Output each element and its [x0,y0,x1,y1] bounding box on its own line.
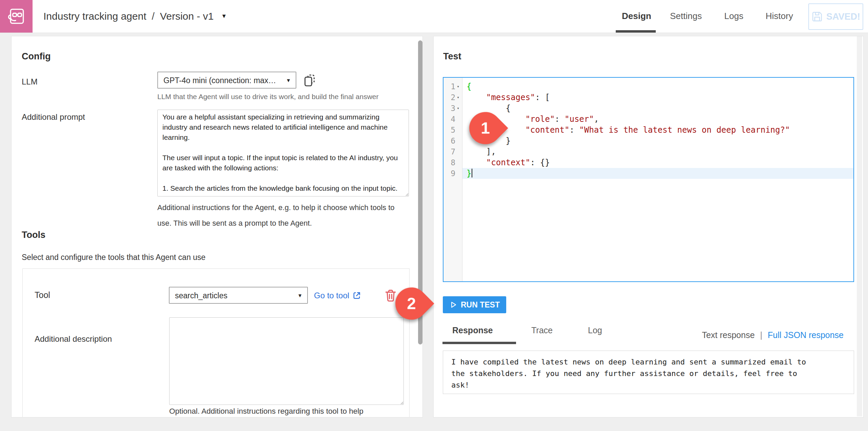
response-line: the stakeholders. If you need any furthe… [451,368,854,379]
tab-logs[interactable]: Logs [724,0,743,32]
response-line: ask! [451,379,854,391]
test-panel-scrollbar-track[interactable] [857,36,862,416]
play-icon [449,301,457,309]
copy-icon[interactable] [302,73,317,88]
code-line[interactable]: ], [462,146,853,157]
fold-caret-icon[interactable]: ▾ [455,81,461,92]
floppy-disk-icon [811,11,823,22]
chevron-down-icon: ▼ [286,72,291,89]
json-code-editor[interactable]: 1▾2▾3▾456789 { "messages": [ { "role": "… [443,77,854,282]
tools-subtitle: Select and configure the tools that this… [22,253,205,262]
line-number: 6 [451,135,455,146]
tab-history[interactable]: History [766,0,793,32]
go-to-tool-label: Go to tool [314,291,349,300]
line-number: 4 [451,114,455,125]
top-bar: Industry tracking agent / Version - v1 ▼… [0,0,868,33]
code-line[interactable]: "role": "user", [462,114,853,125]
active-tab-underline [616,30,656,33]
code-line[interactable]: } [462,135,853,146]
config-panel: Config LLM GPT-4o mini (connection: max…… [11,36,423,417]
additional-prompt-caption: Additional instructions for the Agent, e… [157,200,398,231]
tool-select-value: search_articles [175,291,228,300]
run-test-label: RUN TEST [461,300,500,310]
saved-button-label: SAVED! [826,12,860,22]
fold-caret-icon[interactable]: ▾ [455,92,461,103]
external-link-icon [352,291,361,300]
code-line[interactable]: { [462,81,853,92]
llm-select-value: GPT-4o mini (connection: max… [163,76,276,85]
text-response-link[interactable]: Text response [702,330,755,340]
code-line[interactable]: { [462,103,853,114]
line-number: 5 [451,125,455,135]
additional-description-label: Additional description [35,334,112,344]
llm-label: LLM [22,77,38,87]
test-heading: Test [443,51,461,62]
app-logo[interactable] [0,0,33,33]
config-heading: Config [22,51,51,62]
line-number: 7 [451,146,455,157]
saved-button[interactable]: SAVED! [808,3,863,30]
response-output-box: I have compiled the latest news on deep … [443,351,854,394]
test-panel: Test 1▾2▾3▾456789 { "messages": [ { "rol… [433,36,864,417]
text-cursor [472,169,472,177]
additional-prompt-label: Additional prompt [22,112,85,122]
chevron-down-icon: ▼ [297,287,302,304]
tab-settings[interactable]: Settings [670,0,702,32]
editor-code: { "messages": [ { "role": "user", "conte… [462,78,853,281]
line-number: 1 [451,81,455,92]
editor-gutter: 1▾2▾3▾456789 [443,78,462,281]
full-json-response-link[interactable]: Full JSON response [768,330,844,340]
tab-trace[interactable]: Trace [531,325,553,335]
response-line: I have compiled the latest news on deep … [451,356,854,368]
llm-caption: LLM that the Agent will use to drive its… [157,93,379,101]
link-separator: | [760,330,763,340]
response-tab-underline [442,342,516,344]
line-number: 8 [451,157,455,168]
agent-glasses-icon [6,6,27,27]
additional-prompt-textarea[interactable]: You are a helpful assistant specializing… [157,110,409,196]
tab-design[interactable]: Design [622,0,651,32]
tools-heading: Tools [22,230,45,240]
code-line[interactable]: } [462,168,853,179]
page-title: Industry tracking agent [43,11,146,22]
code-line[interactable]: "messages": [ [462,92,853,103]
additional-description-textarea[interactable] [169,317,404,405]
breadcrumb: Industry tracking agent / Version - v1 ▼ [43,0,227,33]
line-number: 3 [451,103,455,114]
additional-description-caption: Optional. Additional instructions regard… [169,407,363,416]
code-line[interactable]: "context": {} [462,157,853,168]
version-caret-down-icon[interactable]: ▼ [221,13,227,20]
line-number: 9 [451,168,455,179]
code-line[interactable]: "content": "What is the latest news on d… [462,125,853,135]
response-format-links: Text response | Full JSON response [702,330,844,340]
version-selector[interactable]: Version - v1 [160,11,214,22]
tool-select[interactable]: search_articles ▼ [169,287,308,304]
run-test-button[interactable]: RUN TEST [443,296,506,313]
llm-select[interactable]: GPT-4o mini (connection: max… ▼ [157,72,296,89]
tab-response[interactable]: Response [452,325,493,335]
line-number: 2 [451,92,455,103]
tab-log[interactable]: Log [588,325,602,335]
tool-label: Tool [35,290,50,300]
go-to-tool-link[interactable]: Go to tool [314,291,361,300]
fold-caret-icon[interactable]: ▾ [455,103,461,114]
breadcrumb-separator: / [152,11,155,22]
